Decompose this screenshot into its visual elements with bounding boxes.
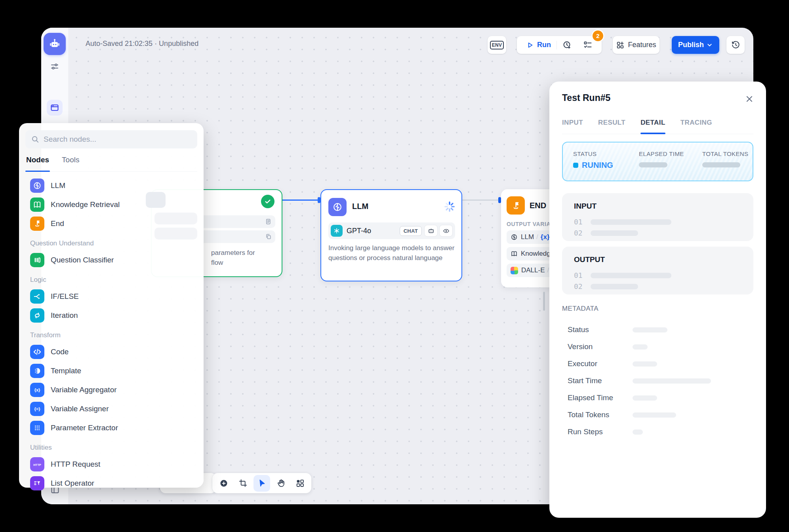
node-list: LLM Knowledge Retrieval End Question Und… (25, 176, 197, 493)
llm-brain-icon (30, 179, 44, 193)
input-skeleton (591, 230, 638, 236)
llm-brain-icon (328, 198, 347, 216)
llm-node[interactable]: LLM GPT-4o CHAT Invoking large language … (320, 189, 462, 281)
filter-icon (30, 476, 44, 490)
edge-endpoint (318, 197, 320, 203)
tab-input[interactable]: INPUT (562, 116, 583, 134)
grid-dots-icon (30, 421, 44, 435)
braces-eq-icon: {=} (30, 402, 44, 416)
search-placeholder: Search nodes... (44, 135, 96, 144)
env-button[interactable]: ENV (488, 36, 506, 54)
pointer-tool-button[interactable] (253, 475, 270, 492)
tab-tools[interactable]: Tools (61, 154, 80, 171)
tab-detail[interactable]: DETAIL (640, 116, 665, 134)
node-item-template[interactable]: Template (25, 361, 197, 380)
node-item-variable-aggregator[interactable]: {x} Variable Aggregator (25, 380, 197, 399)
running-dot (573, 163, 578, 168)
document-icon (265, 218, 272, 225)
node-panel-tabs: Nodes Tools (25, 154, 197, 172)
node-item-llm[interactable]: LLM (25, 176, 197, 195)
panel-drag-handle[interactable] (543, 292, 545, 311)
sliders-icon[interactable] (48, 59, 62, 74)
section-logic: Logic (25, 270, 197, 287)
hand-icon (276, 479, 286, 488)
total-tokens-label: TOTAL TOKENS (702, 150, 749, 157)
success-check-icon (261, 195, 274, 208)
section-utilities: Utilities (25, 437, 197, 455)
play-icon (526, 41, 534, 49)
close-icon[interactable] (745, 94, 754, 104)
input-skeleton (591, 219, 671, 225)
code-icon (30, 345, 44, 359)
node-item-parameter-extractor[interactable]: Parameter Extractor (25, 418, 197, 437)
run-history-button[interactable] (557, 40, 577, 50)
book-icon (30, 198, 44, 212)
svg-text:HTTP: HTTP (33, 463, 41, 467)
end-flag-icon (507, 196, 525, 215)
node-item-end[interactable]: End (25, 214, 197, 233)
env-icon: ENV (490, 41, 504, 49)
version-history-button[interactable] (726, 36, 745, 54)
dalle-icon (511, 267, 518, 274)
metadata-row-label: Run Steps (568, 428, 603, 436)
llm-node-description: Invoking large language models to answer… (328, 243, 456, 263)
publish-button[interactable]: Publish (672, 36, 719, 54)
loading-spinner-icon (443, 200, 456, 213)
edge-endpoint (498, 197, 501, 203)
hand-tool-button[interactable] (273, 475, 289, 492)
template-icon (30, 364, 44, 378)
flag-icon (30, 217, 44, 231)
metadata-row-label: Version (568, 342, 593, 351)
svg-text:{=}: {=} (34, 407, 41, 411)
chevron-down-icon (706, 42, 713, 48)
features-button[interactable]: Features (613, 36, 659, 54)
node-item-variable-assigner[interactable]: {=} Variable Assigner (25, 399, 197, 418)
metadata-title: METADATA (562, 305, 598, 313)
node-item-list-operator[interactable]: List Operator (25, 474, 197, 493)
run-button[interactable]: Run (520, 41, 556, 49)
branch-icon (30, 289, 44, 304)
http-icon: HTTP (30, 457, 44, 471)
metadata-skeleton (633, 429, 643, 435)
braces-x-icon: {x} (30, 383, 44, 397)
workflow-panel-icon[interactable] (47, 100, 63, 116)
start-node-description: parameters for flow (211, 248, 278, 268)
tab-tracing[interactable]: TRACING (680, 116, 712, 134)
metadata-skeleton (633, 395, 657, 401)
node-item-knowledge-retrieval[interactable]: Knowledge Retrieval (25, 195, 197, 214)
clock-play-icon (562, 40, 572, 50)
vision-robot-icon (424, 225, 438, 237)
openai-icon (331, 225, 343, 237)
model-selector[interactable]: GPT-4o CHAT (328, 222, 455, 239)
history-icon (731, 40, 740, 49)
end-node-title: END (530, 201, 546, 210)
eye-icon (439, 225, 453, 237)
canvas-toolbar (212, 473, 311, 493)
run-panel-title: Test Run#5 (562, 93, 610, 103)
tab-nodes[interactable]: Nodes (25, 154, 50, 171)
app-logo[interactable] (44, 33, 66, 55)
node-search-input[interactable]: Search nodes... (25, 130, 197, 148)
node-item-question-classifier[interactable]: Question Classifier (25, 251, 197, 270)
node-item-if-else[interactable]: IF/ELSE (25, 287, 197, 306)
chat-mode-badge: CHAT (400, 226, 422, 236)
metadata-skeleton (633, 361, 657, 367)
tab-result[interactable]: RESULT (598, 116, 625, 134)
llm-node-title: LLM (352, 202, 368, 211)
checklist-button[interactable]: 2 (577, 40, 598, 50)
section-question-understand: Question Understand (25, 233, 197, 251)
organize-nodes-button[interactable] (292, 475, 308, 492)
annotation-button[interactable] (234, 475, 251, 492)
features-grid-icon (616, 41, 625, 49)
node-item-http-request[interactable]: HTTP HTTP Request (25, 455, 197, 474)
metadata-skeleton (633, 378, 711, 384)
add-node-button[interactable] (215, 475, 232, 492)
metadata-row-label: Executor (568, 359, 597, 368)
node-item-iteration[interactable]: Iteration (25, 306, 197, 325)
run-group: Run 2 (517, 36, 602, 54)
output-card-title: OUTPUT (574, 255, 605, 264)
node-item-code[interactable]: Code (25, 342, 197, 361)
loop-icon (30, 308, 44, 323)
output-card: OUTPUT 01 02 (562, 247, 753, 294)
node-picker-panel: Search nodes... Nodes Tools LLM Knowledg… (19, 123, 204, 488)
